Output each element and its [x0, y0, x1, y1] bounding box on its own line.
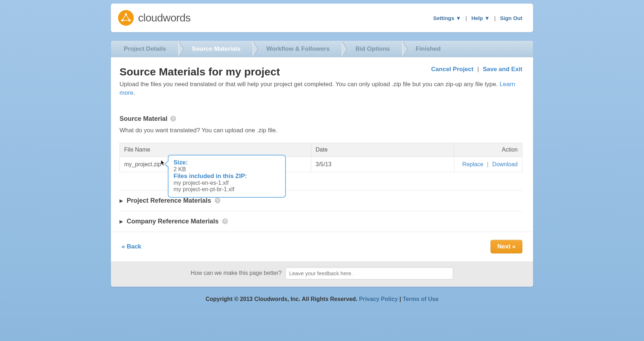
tooltip-size-label: Size: [174, 159, 280, 166]
feedback-input[interactable] [285, 267, 453, 280]
tab-bid-options[interactable]: Bid Options [342, 41, 402, 57]
next-button[interactable]: Next » [491, 240, 522, 253]
feedback-bar: How can we make this page better? [111, 261, 533, 287]
cloudwords-logo-icon [118, 10, 134, 26]
file-table: File Name Date Action my_project.zip i [119, 143, 522, 172]
logo[interactable]: cloudwords [118, 10, 191, 26]
company-reference-toggle[interactable]: ▶ Company Reference Materials ? [119, 218, 522, 225]
caret-right-icon: ▶ [119, 198, 123, 203]
tab-workflow-followers[interactable]: Workflow & Followers [253, 41, 342, 57]
company-reference-section: ▶ Company Reference Materials ? [119, 211, 522, 232]
svg-point-3 [125, 13, 127, 15]
terms-of-use-link[interactable]: Terms of Use [402, 296, 438, 302]
svg-point-5 [128, 19, 131, 21]
col-date: Date [311, 143, 454, 157]
back-link[interactable]: « Back [122, 243, 141, 250]
source-material-heading: Source Material ? [119, 115, 522, 123]
tab-source-materials[interactable]: Source Materials [179, 41, 253, 57]
signout-link[interactable]: Sign Out [500, 15, 523, 21]
help-menu[interactable]: Help ▼ [471, 15, 490, 21]
privacy-policy-link[interactable]: Privacy Policy [359, 296, 398, 302]
help-icon[interactable]: ? [215, 198, 220, 203]
settings-menu[interactable]: Settings ▼ [433, 15, 461, 21]
tab-project-details[interactable]: Project Details [111, 41, 179, 57]
col-action: Action [454, 143, 522, 157]
top-nav: Settings ▼ | Help ▼ | Sign Out [433, 15, 522, 21]
help-icon[interactable]: ? [222, 218, 228, 224]
source-material-description: What do you want translated? You can upl… [119, 127, 522, 134]
file-date: 3/5/13 [311, 157, 454, 172]
svg-point-4 [121, 19, 123, 21]
footer: Copyright © 2013 Cloudwords, Inc. All Ri… [111, 287, 533, 312]
tooltip-files-label: Files included in this ZIP: [174, 173, 280, 180]
help-icon[interactable]: ? [170, 116, 176, 122]
wizard-stepper: Project Details Source Materials Workflo… [111, 41, 533, 57]
action-bar: « Back Next » [111, 232, 533, 261]
page-subtitle: Upload the files you need translated or … [119, 80, 522, 97]
tooltip-size-value: 2 KB [174, 166, 280, 173]
tab-finished[interactable]: Finished [403, 41, 454, 57]
title-actions: Cancel Project | Save and Exit [431, 66, 522, 73]
main-content: Project Details Source Materials Workflo… [111, 41, 533, 287]
caret-right-icon: ▶ [119, 219, 123, 224]
save-and-exit-link[interactable]: Save and Exit [483, 66, 522, 73]
download-link[interactable]: Download [492, 161, 518, 167]
brand-text: cloudwords [138, 12, 191, 24]
table-row: my_project.zip i Size: 2 KB Files includ… [120, 157, 522, 172]
feedback-label: How can we make this page better? [191, 270, 282, 276]
replace-link[interactable]: Replace [462, 161, 483, 167]
file-info-tooltip: Size: 2 KB Files included in this ZIP: m… [168, 155, 286, 198]
site-header: cloudwords Settings ▼ | Help ▼ | Sign Ou… [111, 4, 533, 32]
tooltip-file-item: my project-en-es-1.xlf [174, 180, 280, 186]
cancel-project-link[interactable]: Cancel Project [431, 66, 473, 73]
file-name: my_project.zip [124, 161, 161, 167]
tooltip-file-item: my project-en-pt-br-1.xlf [174, 186, 280, 193]
project-reference-toggle[interactable]: ▶ Project Reference Materials ? [119, 197, 522, 204]
page-title: Source Materials for my project [119, 66, 280, 78]
